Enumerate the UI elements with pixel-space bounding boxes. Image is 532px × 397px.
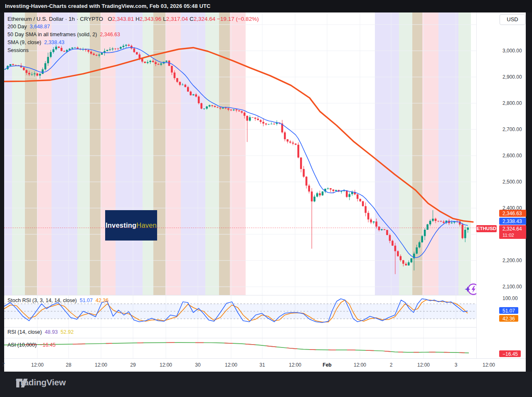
stoch-value-badge: 42.36 — [499, 315, 518, 322]
stoch-rsi-plot — [4, 295, 476, 327]
last-bar-time: 11:02 — [502, 232, 526, 238]
time-tick-label: Feb — [323, 362, 331, 368]
stoch-value-badge: 51.07 — [499, 307, 518, 314]
asi-red-segment — [384, 351, 391, 352]
time-tick-label: 3 — [455, 362, 458, 368]
time-tick-label: 31 — [259, 362, 265, 368]
price-tick-label: 2,800.00 — [502, 100, 522, 106]
asi-red-segment — [224, 343, 233, 343]
time-tick-label: 12:00 — [31, 362, 44, 368]
main-price-pane[interactable]: InvestingHaven Ethereum / U.S. Dollar · … — [4, 12, 526, 295]
top-bar-title: Investing-Haven-Charts created with Trad… — [5, 3, 210, 9]
tradingview-chart-window: Investing-Haven-Charts created with Trad… — [0, 0, 532, 397]
currency-toggle-button[interactable]: USD — [500, 14, 525, 25]
ethusd-symbol-badge: ETHUSD — [476, 225, 497, 232]
price-tick-label: 2,200.00 — [502, 258, 522, 263]
sma50-line — [4, 47, 473, 222]
price-tick-label: 2,900.00 — [502, 74, 522, 80]
time-tick-label: 12:00 — [160, 362, 172, 368]
asi-value-badge: −16.45 — [499, 350, 521, 357]
price-axis[interactable]: USD 3,000.002,900.002,800.002,700.002,60… — [476, 12, 526, 358]
time-tick-label: 7 — [2, 362, 5, 368]
asi-plot — [4, 338, 476, 358]
stoch-scale-label: 100.00 — [502, 295, 518, 301]
time-tick-label: 28 — [66, 362, 71, 368]
price-tick-label: 2,500.00 — [502, 179, 522, 185]
asi-red-segment — [287, 348, 297, 349]
time-tick-label: 12:00 — [483, 362, 495, 368]
asi-red-segment — [245, 344, 256, 345]
price-badge: 2,338.43 — [499, 218, 526, 225]
time-tick-label: 12:00 — [95, 362, 107, 368]
asi-red-segment — [73, 344, 85, 344]
price-tick-label: 2,100.00 — [502, 284, 522, 290]
time-tick-label: 12:00 — [354, 362, 366, 368]
price-tick-label: 2,700.00 — [502, 127, 522, 132]
rsi-plot — [4, 328, 476, 338]
time-tick-label: 29 — [130, 362, 135, 368]
tradingview-logo-icon — [16, 377, 28, 389]
time-tick-label: 2 — [390, 362, 393, 368]
top-bar: Investing-Haven-Charts created with Trad… — [0, 0, 532, 12]
sma9-line — [5, 47, 468, 258]
stoch-rsi-pane[interactable]: Stoch RSI (3, 3, 14, 14, close) 51.07 42… — [4, 295, 526, 327]
time-tick-label: 12:00 — [417, 362, 430, 368]
price-tick-label: 2,600.00 — [502, 153, 522, 159]
tradingview-logo[interactable]: TradingView — [16, 377, 66, 387]
time-tick-label: 30 — [195, 362, 200, 368]
asi-pane[interactable]: ASI (10,000) −16.45 — [4, 338, 526, 358]
candlestick-layer — [4, 12, 476, 295]
footer-bar — [0, 372, 532, 397]
time-tick-label: 12:00 — [225, 362, 237, 368]
price-badge: 2,346.63 — [499, 210, 526, 217]
asi-red-segment — [266, 346, 276, 347]
rsi-pane[interactable]: RSI (14, close) 48.93 52.92 — [4, 327, 526, 338]
chart-canvas: InvestingHaven Ethereum / U.S. Dollar · … — [4, 12, 526, 372]
time-tick-label: 12:00 — [289, 362, 301, 368]
price-tick-label: 3,000.00 — [502, 48, 522, 54]
time-axis[interactable]: 712:002812:002912:003012:003112:00Feb12:… — [4, 358, 526, 372]
price-badge: 2,324.6411:02 — [499, 225, 526, 239]
asi-red-segment — [366, 350, 374, 351]
